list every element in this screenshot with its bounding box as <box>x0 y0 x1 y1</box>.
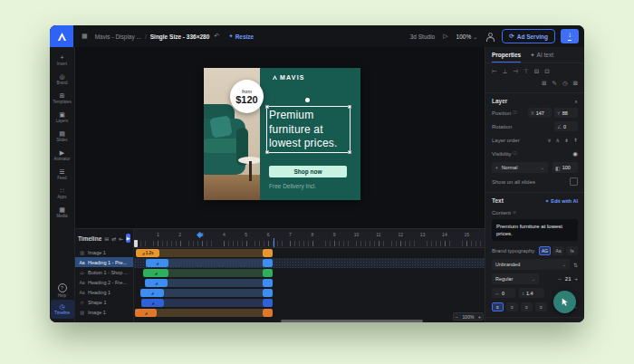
visibility-eye-icon[interactable]: ◉ <box>572 150 578 158</box>
timeline-settings-icon[interactable]: ⊞ <box>104 235 109 242</box>
ad-artboard[interactable]: MAVIS Premium furniture at lowest prices… <box>204 68 360 200</box>
bring-to-front-icon[interactable]: ↟ <box>573 137 578 143</box>
rotation-input[interactable]: ∠ 0 <box>554 121 578 131</box>
animation-out-chip[interactable] <box>263 269 273 277</box>
zoom-select-value[interactable]: 100% <box>456 34 472 40</box>
timeline-bar-row[interactable]: ◢ <box>134 298 485 308</box>
history-icon[interactable]: ◷ <box>562 80 568 87</box>
sidebar-item-feed[interactable]: ☰ Feed <box>51 165 74 184</box>
tab-properties[interactable]: Properties <box>492 47 521 62</box>
animation-in-chip[interactable]: ◢ <box>143 269 168 277</box>
sidebar-item-brand[interactable]: ◎ Brand <box>51 70 74 89</box>
opacity-input[interactable]: ◧ 100 <box>552 162 578 173</box>
undo-icon[interactable]: ↶ <box>214 33 219 40</box>
sidebar-item-help[interactable]: ? Help <box>51 281 74 300</box>
zoom-in-button[interactable]: + <box>478 314 481 320</box>
animation-out-chip[interactable] <box>263 299 273 307</box>
duplicate-icon[interactable]: ⊞ <box>542 80 546 87</box>
font-weight-dropdown[interactable]: Regular ⌄ <box>492 273 539 284</box>
animation-duration-bar[interactable] <box>157 309 263 317</box>
sidebar-item-media[interactable]: ▦ Media <box>51 203 74 222</box>
ad-price-badge[interactable]: from $120 <box>230 80 264 113</box>
show-all-slides-checkbox[interactable] <box>570 177 578 186</box>
position-x-input[interactable]: X 147 <box>528 108 552 118</box>
animation-in-chip[interactable]: ◢ <box>140 289 164 297</box>
animation-in-chip[interactable]: ◢ <box>141 299 164 307</box>
animation-duration-bar[interactable] <box>159 249 263 257</box>
design-canvas[interactable]: MAVIS Premium furniture at lowest prices… <box>75 47 485 228</box>
align-right-icon[interactable]: ⊣ <box>513 68 518 75</box>
timeline-zoom-control[interactable]: − 100% + <box>453 312 484 321</box>
case-lower-button[interactable]: Is <box>566 246 578 255</box>
text-section-header[interactable]: Text ✦ Edit with AI <box>492 197 578 204</box>
position-y-input[interactable]: Y 88 <box>554 108 578 118</box>
font-size-stepper[interactable]: − 21 + <box>558 276 578 282</box>
letter-spacing-input[interactable]: ↔ 0 <box>492 288 515 298</box>
skip-to-start-icon[interactable]: ⇤ <box>119 235 123 242</box>
animation-out-chip[interactable] <box>263 289 273 297</box>
animation-out-chip[interactable] <box>263 249 273 257</box>
timeline-play-button[interactable]: ▶ <box>126 234 130 243</box>
studio-link[interactable]: 3d Studio <box>410 34 435 40</box>
align-left-icon[interactable]: ⊢ <box>492 68 497 75</box>
edit-with-ai-button[interactable]: ✦ Edit with AI <box>545 198 578 204</box>
timeline-ruler[interactable]: 123456789101112131415 <box>134 229 485 248</box>
ad-serving-button[interactable]: ⟳ Ad Serving <box>502 29 555 43</box>
timeline-horizontal-scrollbar[interactable] <box>281 320 423 322</box>
align-center-h-icon[interactable]: ⊥ <box>503 68 508 75</box>
selection-handle-bl[interactable] <box>265 150 269 154</box>
layer-row-heading-1[interactable]: Aa Heading 1 - Pre... <box>75 257 133 267</box>
font-family-dropdown[interactable]: Unbranded ⌄ <box>492 259 570 270</box>
sidebar-item-apps[interactable]: ∷ Apps <box>51 184 74 203</box>
layer-section-header[interactable]: Layer ∧ <box>492 98 578 104</box>
timeline-bar-row[interactable]: ◢1.2s <box>134 248 485 258</box>
breadcrumb-document[interactable]: Single Size - 336×280 <box>150 34 210 40</box>
sidebar-item-insert[interactable]: + Insert <box>51 51 74 70</box>
animation-in-chip[interactable]: ◢ <box>145 279 168 287</box>
sidebar-item-slides[interactable]: ▤ Slides <box>51 127 74 146</box>
decrease-icon[interactable]: − <box>558 276 562 282</box>
move-down-icon[interactable]: ∨ <box>547 137 551 143</box>
menu-grid-icon[interactable]: ▦ <box>82 33 88 40</box>
text-align-right-button[interactable]: ≡ <box>521 302 533 311</box>
layer-row-image-1b[interactable]: ▧ Image 1 <box>75 307 133 317</box>
sidebar-item-animator[interactable]: ▶ Animator <box>51 146 74 165</box>
selection-handle-br[interactable] <box>348 150 351 154</box>
animation-duration-bar[interactable] <box>164 299 263 307</box>
selection-box[interactable] <box>266 106 351 153</box>
animation-duration-bar[interactable] <box>168 279 263 287</box>
align-middle-icon[interactable]: ⊟ <box>534 68 539 75</box>
zoom-out-button[interactable]: − <box>456 314 458 320</box>
align-bottom-icon[interactable]: ⊡ <box>544 68 549 75</box>
panel-scrollbar[interactable] <box>485 110 485 145</box>
preview-play-icon[interactable]: ▷ <box>443 33 447 40</box>
layer-row-heading-2[interactable]: Aa Heading 2 - Fre... <box>75 277 133 287</box>
content-textarea[interactable]: Premium furniture at lowest prices. <box>492 219 578 241</box>
send-to-back-icon[interactable]: ↡ <box>564 137 569 143</box>
animation-duration-bar[interactable] <box>164 289 263 297</box>
timeline-bar-row[interactable]: ◢ <box>134 288 485 298</box>
timeline-loop-icon[interactable]: ⇄ <box>111 235 116 242</box>
line-height-input[interactable]: ↕ 1.4 <box>519 288 544 298</box>
playhead-grip[interactable] <box>134 240 138 247</box>
timeline-bar-row[interactable]: ◢ <box>134 258 485 268</box>
layer-row-image-1[interactable]: ▧ Image 1 <box>75 247 133 257</box>
sidebar-item-timeline[interactable]: ◷ Timeline <box>51 300 74 319</box>
layer-row-shape-1[interactable]: ◇ Shape 1 <box>75 297 133 307</box>
animation-in-chip[interactable]: ◢ <box>146 259 168 267</box>
text-align-justify-button[interactable]: ≡ <box>535 302 547 311</box>
animation-in-chip[interactable]: ◢ <box>135 309 157 317</box>
sidebar-item-layers[interactable]: ▣ Layers <box>51 108 74 127</box>
animation-in-chip[interactable]: ◢1.2s <box>136 249 159 257</box>
ad-teal-panel[interactable]: MAVIS Premium furniture at lowest prices… <box>260 68 360 200</box>
text-align-left-button[interactable]: ≡ <box>492 302 504 311</box>
animation-out-chip[interactable] <box>263 279 273 287</box>
increase-icon[interactable]: + <box>574 276 578 282</box>
animation-out-chip[interactable] <box>263 259 273 267</box>
ad-footnote-text[interactable]: Free Delivery Incl. <box>269 183 316 189</box>
breadcrumb-project[interactable]: Mavis - Display ... <box>95 34 141 40</box>
ad-cta-button[interactable]: Shop now <box>269 166 347 177</box>
download-button[interactable]: ↓ <box>561 29 579 43</box>
zoom-chevron-icon[interactable]: ⌄ <box>473 34 477 40</box>
case-title-button[interactable]: Aa <box>552 246 564 255</box>
